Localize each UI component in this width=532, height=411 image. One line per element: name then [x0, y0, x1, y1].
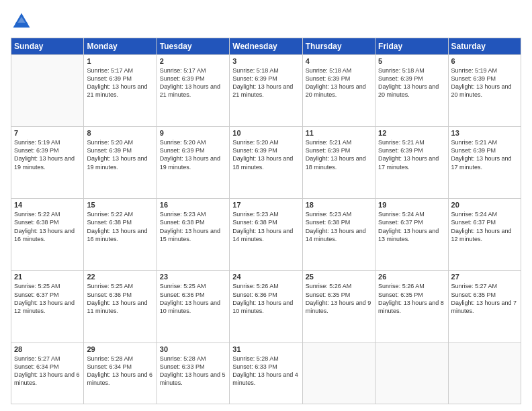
weekday-header-row: SundayMondayTuesdayWednesdayThursdayFrid… — [11, 38, 521, 55]
day-number: 29 — [87, 345, 153, 353]
day-info: Sunrise: 5:21 AM Sunset: 6:39 PM Dayligh… — [451, 138, 518, 171]
day-info: Sunrise: 5:21 AM Sunset: 6:39 PM Dayligh… — [378, 138, 445, 171]
day-info: Sunrise: 5:22 AM Sunset: 6:38 PM Dayligh… — [14, 210, 81, 243]
day-number: 30 — [160, 345, 226, 353]
day-info: Sunrise: 5:19 AM Sunset: 6:39 PM Dayligh… — [14, 138, 81, 171]
calendar-cell: 27Sunrise: 5:27 AM Sunset: 6:35 PM Dayli… — [448, 271, 521, 342]
day-number: 7 — [14, 129, 81, 137]
calendar-cell: 10Sunrise: 5:20 AM Sunset: 6:39 PM Dayli… — [230, 127, 302, 199]
calendar-cell: 18Sunrise: 5:23 AM Sunset: 6:38 PM Dayli… — [302, 199, 375, 271]
day-info: Sunrise: 5:21 AM Sunset: 6:39 PM Dayligh… — [306, 138, 372, 171]
calendar-cell — [448, 342, 521, 404]
calendar-cell: 11Sunrise: 5:21 AM Sunset: 6:39 PM Dayli… — [302, 127, 375, 199]
day-number: 10 — [232, 129, 299, 137]
calendar-cell: 17Sunrise: 5:23 AM Sunset: 6:38 PM Dayli… — [230, 199, 302, 271]
calendar-cell — [375, 342, 448, 404]
calendar-cell: 15Sunrise: 5:22 AM Sunset: 6:38 PM Dayli… — [84, 199, 157, 271]
day-number: 31 — [232, 345, 299, 353]
day-info: Sunrise: 5:18 AM Sunset: 6:39 PM Dayligh… — [306, 66, 372, 99]
calendar-cell: 5Sunrise: 5:18 AM Sunset: 6:39 PM Daylig… — [375, 55, 448, 127]
calendar-cell: 9Sunrise: 5:20 AM Sunset: 6:39 PM Daylig… — [157, 127, 229, 199]
day-number: 22 — [87, 273, 153, 281]
day-number: 1 — [87, 57, 153, 65]
day-info: Sunrise: 5:24 AM Sunset: 6:37 PM Dayligh… — [451, 210, 518, 243]
calendar-cell: 2Sunrise: 5:17 AM Sunset: 6:39 PM Daylig… — [157, 55, 229, 127]
day-info: Sunrise: 5:23 AM Sunset: 6:38 PM Dayligh… — [306, 210, 372, 243]
day-info: Sunrise: 5:19 AM Sunset: 6:39 PM Dayligh… — [451, 66, 518, 99]
calendar-cell: 25Sunrise: 5:26 AM Sunset: 6:35 PM Dayli… — [302, 271, 375, 342]
day-number: 26 — [378, 273, 445, 281]
day-number: 19 — [378, 201, 445, 209]
calendar-cell: 28Sunrise: 5:27 AM Sunset: 6:34 PM Dayli… — [11, 342, 84, 404]
day-number: 4 — [306, 57, 372, 65]
week-row-3: 14Sunrise: 5:22 AM Sunset: 6:38 PM Dayli… — [11, 199, 521, 271]
day-info: Sunrise: 5:25 AM Sunset: 6:37 PM Dayligh… — [14, 282, 81, 315]
calendar-cell: 13Sunrise: 5:21 AM Sunset: 6:39 PM Dayli… — [448, 127, 521, 199]
day-number: 24 — [232, 273, 299, 281]
calendar-cell: 23Sunrise: 5:25 AM Sunset: 6:36 PM Dayli… — [157, 271, 229, 342]
calendar-cell — [302, 342, 375, 404]
day-number: 16 — [160, 201, 226, 209]
day-number: 21 — [14, 273, 81, 281]
day-number: 23 — [160, 273, 226, 281]
calendar-cell: 3Sunrise: 5:18 AM Sunset: 6:39 PM Daylig… — [230, 55, 302, 127]
day-number: 3 — [232, 57, 299, 65]
svg-rect-2 — [15, 23, 28, 28]
day-info: Sunrise: 5:26 AM Sunset: 6:35 PM Dayligh… — [306, 282, 372, 315]
day-info: Sunrise: 5:26 AM Sunset: 6:35 PM Dayligh… — [378, 282, 445, 315]
day-info: Sunrise: 5:28 AM Sunset: 6:34 PM Dayligh… — [87, 355, 153, 387]
day-info: Sunrise: 5:25 AM Sunset: 6:36 PM Dayligh… — [87, 282, 153, 315]
week-row-5: 28Sunrise: 5:27 AM Sunset: 6:34 PM Dayli… — [11, 342, 521, 404]
day-info: Sunrise: 5:20 AM Sunset: 6:39 PM Dayligh… — [232, 138, 299, 171]
calendar-cell: 26Sunrise: 5:26 AM Sunset: 6:35 PM Dayli… — [375, 271, 448, 342]
day-number: 6 — [451, 57, 518, 65]
calendar-cell: 29Sunrise: 5:28 AM Sunset: 6:34 PM Dayli… — [84, 342, 157, 404]
calendar-cell: 20Sunrise: 5:24 AM Sunset: 6:37 PM Dayli… — [448, 199, 521, 271]
day-number: 15 — [87, 201, 153, 209]
weekday-header-wednesday: Wednesday — [230, 38, 302, 55]
day-info: Sunrise: 5:23 AM Sunset: 6:38 PM Dayligh… — [232, 210, 299, 243]
day-number: 28 — [14, 345, 81, 353]
day-info: Sunrise: 5:25 AM Sunset: 6:36 PM Dayligh… — [160, 282, 226, 315]
day-number: 13 — [451, 129, 518, 137]
day-info: Sunrise: 5:23 AM Sunset: 6:38 PM Dayligh… — [160, 210, 226, 243]
day-info: Sunrise: 5:27 AM Sunset: 6:35 PM Dayligh… — [451, 282, 518, 315]
day-number: 25 — [306, 273, 372, 281]
header — [11, 11, 521, 32]
day-info: Sunrise: 5:18 AM Sunset: 6:39 PM Dayligh… — [232, 66, 299, 99]
calendar-cell: 19Sunrise: 5:24 AM Sunset: 6:37 PM Dayli… — [375, 199, 448, 271]
logo — [11, 11, 35, 32]
calendar-cell: 22Sunrise: 5:25 AM Sunset: 6:36 PM Dayli… — [84, 271, 157, 342]
weekday-header-friday: Friday — [375, 38, 448, 55]
day-number: 9 — [160, 129, 226, 137]
calendar-cell: 16Sunrise: 5:23 AM Sunset: 6:38 PM Dayli… — [157, 199, 229, 271]
week-row-4: 21Sunrise: 5:25 AM Sunset: 6:37 PM Dayli… — [11, 271, 521, 342]
day-info: Sunrise: 5:22 AM Sunset: 6:38 PM Dayligh… — [87, 210, 153, 243]
calendar-cell — [11, 55, 84, 127]
calendar-cell: 8Sunrise: 5:20 AM Sunset: 6:39 PM Daylig… — [84, 127, 157, 199]
day-number: 18 — [306, 201, 372, 209]
week-row-1: 1Sunrise: 5:17 AM Sunset: 6:39 PM Daylig… — [11, 55, 521, 127]
weekday-header-monday: Monday — [84, 38, 157, 55]
day-number: 11 — [306, 129, 372, 137]
calendar-table: SundayMondayTuesdayWednesdayThursdayFrid… — [11, 38, 521, 404]
calendar-cell: 31Sunrise: 5:28 AM Sunset: 6:33 PM Dayli… — [230, 342, 302, 404]
calendar-cell: 30Sunrise: 5:28 AM Sunset: 6:33 PM Dayli… — [157, 342, 229, 404]
day-number: 12 — [378, 129, 445, 137]
day-number: 5 — [378, 57, 445, 65]
day-info: Sunrise: 5:18 AM Sunset: 6:39 PM Dayligh… — [378, 66, 445, 99]
day-number: 8 — [87, 129, 153, 137]
calendar-cell: 7Sunrise: 5:19 AM Sunset: 6:39 PM Daylig… — [11, 127, 84, 199]
calendar-cell: 12Sunrise: 5:21 AM Sunset: 6:39 PM Dayli… — [375, 127, 448, 199]
calendar-cell: 1Sunrise: 5:17 AM Sunset: 6:39 PM Daylig… — [84, 55, 157, 127]
day-info: Sunrise: 5:20 AM Sunset: 6:39 PM Dayligh… — [87, 138, 153, 171]
logo-icon — [11, 11, 32, 32]
day-number: 20 — [451, 201, 518, 209]
day-info: Sunrise: 5:17 AM Sunset: 6:39 PM Dayligh… — [160, 66, 226, 99]
day-info: Sunrise: 5:24 AM Sunset: 6:37 PM Dayligh… — [378, 210, 445, 243]
calendar-cell: 6Sunrise: 5:19 AM Sunset: 6:39 PM Daylig… — [448, 55, 521, 127]
day-number: 2 — [160, 57, 226, 65]
weekday-header-tuesday: Tuesday — [157, 38, 229, 55]
weekday-header-thursday: Thursday — [302, 38, 375, 55]
day-info: Sunrise: 5:26 AM Sunset: 6:36 PM Dayligh… — [232, 282, 299, 315]
